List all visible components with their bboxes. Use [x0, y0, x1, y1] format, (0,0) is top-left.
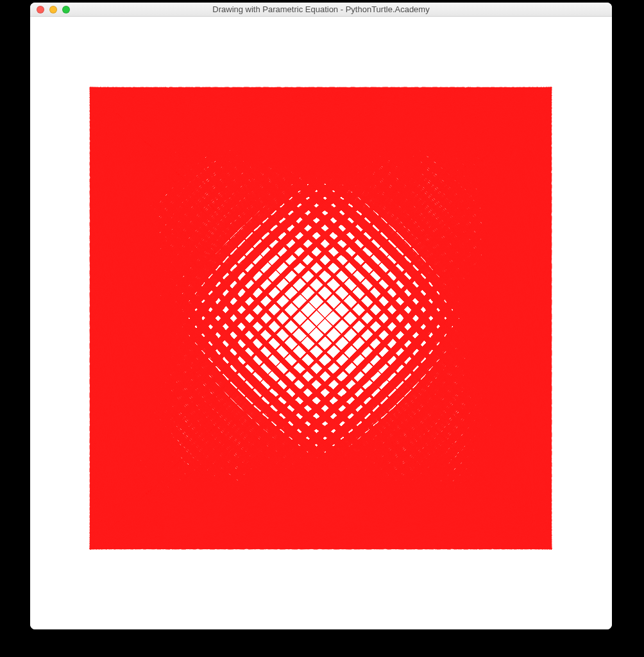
- maximize-icon[interactable]: [62, 6, 70, 13]
- app-window: Drawing with Parametric Equation - Pytho…: [30, 3, 612, 629]
- curve-path: [90, 87, 552, 549]
- canvas: [30, 17, 612, 629]
- close-icon[interactable]: [37, 6, 44, 13]
- minimize-icon[interactable]: [49, 6, 57, 13]
- window-title: Drawing with Parametric Equation - Pytho…: [30, 4, 612, 14]
- titlebar: Drawing with Parametric Equation - Pytho…: [30, 3, 612, 17]
- window-controls: [30, 6, 70, 13]
- parametric-curve: [30, 17, 612, 629]
